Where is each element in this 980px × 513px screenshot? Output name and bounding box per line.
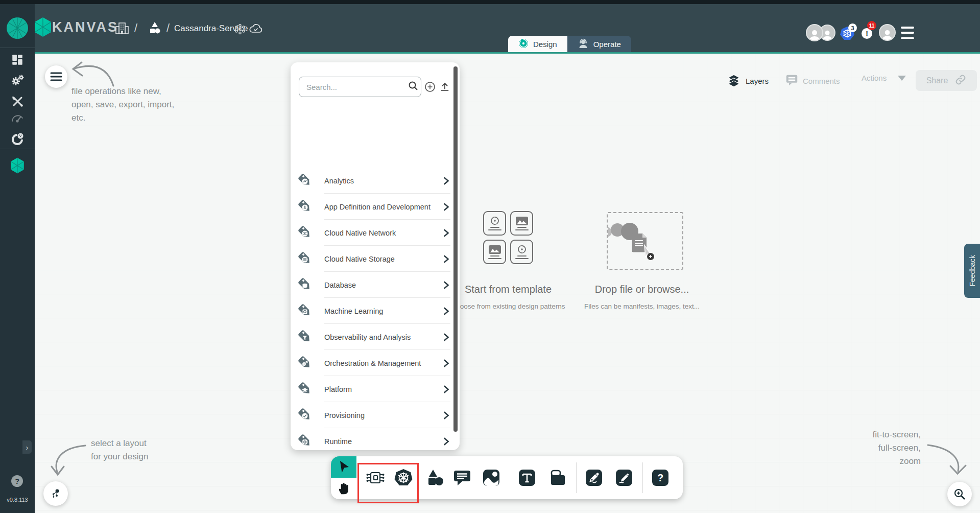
- add-component-button[interactable]: [423, 80, 437, 94]
- apply-layout-button[interactable]: [43, 481, 68, 506]
- tag-icon: [297, 381, 314, 398]
- category-row-observability[interactable]: Observability and Analysis: [291, 324, 460, 350]
- tag-icon: [297, 198, 314, 216]
- category-row-analytics[interactable]: Analytics: [291, 168, 460, 194]
- search-input[interactable]: [306, 83, 408, 91]
- operator-headset-icon: [578, 38, 589, 51]
- tab-operate[interactable]: Operate: [567, 36, 631, 52]
- cloud-sync-icon[interactable]: [249, 23, 263, 37]
- sidebar-item-settings[interactable]: [0, 74, 35, 87]
- dropzone-subtitle: Files can be manifests, images, text...: [565, 302, 719, 310]
- category-row-platform[interactable]: Platform: [291, 376, 460, 402]
- sidebar-item-kanvas[interactable]: [0, 157, 35, 174]
- frame-icon: [548, 469, 567, 486]
- template-card-design-icon: [483, 211, 506, 236]
- category-row-database[interactable]: Database: [291, 272, 460, 298]
- breadcrumb-separator: /: [134, 21, 137, 35]
- share-button[interactable]: Share: [916, 70, 977, 91]
- select-tool[interactable]: [331, 456, 356, 478]
- meshery-logo-icon[interactable]: [0, 17, 35, 39]
- category-label: Cloud Native Storage: [324, 255, 443, 263]
- category-row-cloud-native-storage[interactable]: Cloud Native Storage: [291, 246, 460, 272]
- category-row-cloud-native-network[interactable]: Cloud Native Network: [291, 220, 460, 246]
- kubernetes-count-badge: 3: [848, 24, 857, 32]
- category-row-orchestration[interactable]: Orchestration & Management: [291, 350, 460, 376]
- category-label: Observability and Analysis: [324, 333, 443, 341]
- toolbar-help-tool[interactable]: ?: [646, 456, 675, 499]
- annotation-shape-tool[interactable]: [543, 456, 572, 499]
- sidebar-expand-chevron[interactable]: ›: [22, 440, 32, 454]
- comment-tool[interactable]: [448, 456, 476, 499]
- pencil-scribble-icon: [615, 469, 633, 486]
- upload-icon[interactable]: [438, 80, 451, 94]
- feedback-tab[interactable]: Feedback: [964, 244, 980, 298]
- freehand-draw-tool[interactable]: [610, 456, 638, 499]
- shapes-icon: [426, 469, 444, 486]
- start-from-template-widget[interactable]: [483, 211, 533, 264]
- chevron-right-icon: [443, 437, 449, 446]
- sidebar-item-toolkit[interactable]: [0, 95, 35, 108]
- organization-icon[interactable]: [114, 20, 130, 38]
- tag-icon: [297, 250, 314, 268]
- chevron-right-icon: [443, 203, 449, 211]
- tag-icon: [297, 276, 314, 294]
- header-menu-icon[interactable]: [901, 27, 914, 39]
- layers-label: Layers: [746, 77, 769, 85]
- search-box: [299, 77, 421, 97]
- comments-toggle[interactable]: Comments: [785, 74, 840, 88]
- sidebar-item-catalog[interactable]: [0, 132, 35, 147]
- workspace-icon[interactable]: [147, 21, 162, 38]
- comments-label: Comments: [803, 77, 840, 85]
- user-avatar[interactable]: [879, 24, 896, 41]
- actions-label: Actions: [862, 74, 887, 82]
- tag-icon: [297, 224, 314, 242]
- shapes-tool[interactable]: [421, 456, 449, 499]
- category-label: Runtime: [324, 437, 443, 446]
- canvas-toolbar: ?: [331, 456, 683, 499]
- feedback-label: Feedback: [968, 255, 976, 286]
- text-tool[interactable]: [513, 456, 541, 499]
- chevron-right-icon: [443, 229, 449, 237]
- dropzone-title: Drop file or browse...: [565, 284, 719, 295]
- sidebar-item-dashboard[interactable]: [0, 53, 35, 66]
- breadcrumb-separator: /: [166, 21, 170, 35]
- notification-count-badge: 11: [867, 21, 876, 30]
- layers-toggle[interactable]: Layers: [727, 74, 769, 88]
- help-button[interactable]: ?: [11, 475, 23, 487]
- tag-icon: [297, 407, 314, 424]
- image-tool[interactable]: [477, 456, 506, 499]
- design-visibility-icon[interactable]: [234, 23, 246, 37]
- collaborator-avatar[interactable]: [806, 24, 823, 41]
- app-title: KANVAS: [52, 19, 118, 35]
- category-label: Cloud Native Network: [324, 229, 443, 237]
- category-row-machine-learning[interactable]: Machine Learning: [291, 298, 460, 324]
- image-icon: [483, 469, 500, 486]
- tab-design[interactable]: Design: [508, 36, 567, 52]
- zoom-in-button[interactable]: [947, 482, 972, 506]
- file-dropzone[interactable]: [607, 212, 683, 270]
- component-tool[interactable]: [361, 456, 390, 499]
- sidebar-item-performance[interactable]: [0, 112, 35, 125]
- canvas-menu-button[interactable]: [45, 65, 67, 88]
- template-card-image-icon: [510, 211, 533, 236]
- chevron-right-icon: [443, 281, 449, 289]
- sidebar-divider: [0, 48, 35, 48]
- category-row-runtime[interactable]: Runtime: [291, 428, 460, 450]
- category-row-provisioning[interactable]: Provisioning: [291, 402, 460, 428]
- kubernetes-tool[interactable]: [389, 456, 418, 499]
- pen-tool[interactable]: [580, 456, 608, 499]
- toolbar-divider: [642, 462, 643, 493]
- pan-tool[interactable]: [331, 478, 356, 499]
- tag-icon: [297, 329, 314, 346]
- svg-text:?: ?: [657, 472, 663, 483]
- sidebar-divider: [0, 149, 35, 149]
- tag-icon: [297, 355, 314, 372]
- dropzone-illustration: [608, 213, 682, 269]
- toolbar-divider: [576, 462, 577, 493]
- category-row-app-definition[interactable]: App Definition and Development: [291, 194, 460, 220]
- kanvas-logo-icon[interactable]: [34, 17, 52, 39]
- tag-icon: [297, 302, 314, 320]
- actions-menu[interactable]: Actions: [862, 74, 906, 82]
- pen-icon: [585, 469, 603, 486]
- chevron-right-icon: [443, 177, 449, 185]
